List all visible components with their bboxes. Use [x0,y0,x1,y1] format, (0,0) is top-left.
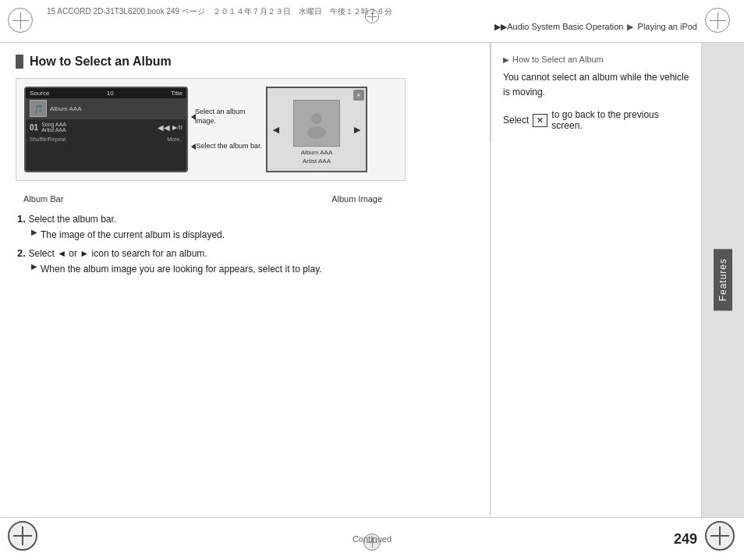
step-2-sub: ▶ When the album image you are looking f… [31,262,475,276]
illustration-area: Source 10 Title 🎵 Album AAA 01 Song AAA [16,78,475,206]
svg-point-1 [307,126,326,139]
cd-play-btn[interactable]: ▶/II [172,124,182,131]
section-title-bar-decoration [16,55,23,69]
illustration-container: Source 10 Title 🎵 Album AAA 01 Song AAA [16,78,406,181]
step-1-sub-text: The image of the current album is displa… [41,228,225,242]
arrow-bottom-line [192,146,193,147]
bottom-footer: Continued 249 [0,517,744,560]
step-1-sub: ▶ The image of the current album is disp… [31,228,475,242]
cd-song-num: 01 [30,123,38,132]
file-info: 15 ACCORD 2D-31T3L6200.book 249 ページ ２０１４… [47,6,392,17]
cd-song-row: 01 Song AAA Artist AAA ◀◀ ▶/II [26,119,186,135]
rp-select-prefix: Select [503,115,529,126]
steps-section: 1. Select the album bar. ▶ The image of … [16,212,475,276]
top-center-mark [365,9,379,23]
cd-title-label: Title [171,90,182,97]
footer-continued: Continued [264,534,480,544]
cd-bottom-row: Shuffle/Repeat More.. [26,135,186,144]
section-title-container: How to Select an Album [16,55,475,69]
main-content: How to Select an Album Source 10 Title 🎵… [0,43,491,517]
cd-album-name: Album AAA [50,105,81,112]
corner-decoration-tl [8,8,39,39]
rp-section-title: ▶ How to Select an Album [503,55,689,64]
breadcrumb-separator: ▶ [627,22,633,31]
aid-album-art [293,100,340,147]
right-sidebar: Features [701,43,744,517]
breadcrumb: ▶▶Audio System Basic Operation ▶ Playing… [494,22,697,32]
annotation-top: Select an album image. [192,108,262,126]
step-2: 2. Select ◄ or ► icon to search for an a… [16,246,475,276]
section-title-text: How to Select an Album [30,55,172,69]
cd-song-name: Song AAA [41,122,158,127]
step-1-text: Select the album bar. [28,214,116,225]
cd-album-row: 🎵 Album AAA [26,98,186,119]
breadcrumb-part2: Playing an iPod [638,22,697,31]
aid-close-button[interactable]: × [353,90,364,101]
display-labels: Album Bar Album Image [16,192,406,206]
rp-arrow-icon: ▶ [503,55,509,64]
cd-shuffle: Shuffle/Repeat [30,136,66,142]
label-album-image: Album Image [331,194,382,204]
step-2-sub-text: When the album image you are looking for… [41,262,322,276]
step-2-num: 2. [17,247,26,259]
aid-album-name: Album AAA Artist AAA [301,149,332,165]
rp-select-suffix: to go back to the previous screen. [551,109,689,131]
step-2-arrow-icon: ▶ [31,262,37,271]
cd-track-num: 10 [107,90,114,97]
page-number: 249 [674,531,697,548]
aid-nav-right-icon[interactable]: ► [352,123,363,136]
cd-topbar: Source 10 Title [26,88,186,98]
annotation-area: Select an album image. Select the album … [188,87,266,172]
cd-artist-name: Artist AAA [41,127,158,133]
rp-title-text: How to Select an Album [512,55,604,64]
rp-select-line: Select ✕ to go back to the previous scre… [503,109,689,131]
label-album-bar: Album Bar [23,194,63,204]
cd-more: More.. [167,136,182,142]
car-display-simulation: Source 10 Title 🎵 Album AAA 01 Song AAA [24,87,188,172]
annotation-bottom-text: Select the album bar. [196,142,262,151]
step-1: 1. Select the album bar. ▶ The image of … [16,212,475,242]
rp-select-icon: ✕ [533,114,547,127]
cd-source-label: Source [30,90,49,97]
annotation-top-text: Select an album image. [195,108,262,126]
step-2-text: Select ◄ or ► icon to search for an albu… [28,248,207,259]
step-1-arrow-icon: ▶ [31,228,37,236]
breadcrumb-part1: ▶▶Audio System Basic Operation [494,22,623,31]
features-label: Features [714,249,732,310]
cd-prev-btn[interactable]: ◀◀ [158,123,170,132]
cd-controls: ◀◀ ▶/II [158,123,182,132]
rp-body-text: You cannot select an album while the veh… [503,70,689,100]
svg-point-0 [311,113,322,124]
right-panel: ▶ How to Select an Album You cannot sele… [491,43,701,143]
cd-album-thumbnail: 🎵 [30,100,47,117]
annotation-bottom: Select the album bar. [192,142,262,151]
corner-decoration-tr [705,8,736,39]
aid-nav-left-icon[interactable]: ◄ [271,123,282,136]
step-1-num: 1. [17,213,26,225]
footer-right: 249 [480,531,697,548]
album-image-display: × ◄ ► Album AAA Artist AAA [266,87,367,172]
